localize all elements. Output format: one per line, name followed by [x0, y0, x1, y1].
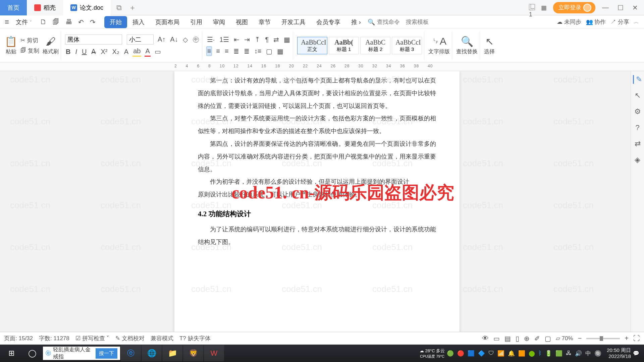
align-justify-icon[interactable]: ≣	[233, 47, 240, 56]
align-center-icon[interactable]: ≡	[215, 47, 221, 56]
minimize-button[interactable]: —	[600, 4, 611, 11]
zoom-fit-icon[interactable]: ▢	[545, 335, 551, 343]
tray-shield-icon[interactable]: 🛡	[488, 350, 494, 357]
ribbon-tab-devtools[interactable]: 开发工具	[276, 16, 311, 28]
char-border-icon[interactable]: ▭	[154, 47, 162, 56]
select-tool-icon[interactable]: ↖	[635, 91, 641, 100]
app-layout-icon[interactable]: ⿺1	[529, 4, 536, 11]
border-icon[interactable]: ▦	[283, 35, 291, 44]
tray-bell-icon[interactable]: 🔔	[508, 350, 515, 357]
font-color-icon[interactable]: A	[145, 47, 150, 57]
doc-check[interactable]: ✎ 文档校对	[115, 335, 145, 342]
clock[interactable]: 20:50 周日 2022/9/18	[607, 347, 631, 359]
bullet-list-icon[interactable]: ☰·	[206, 35, 216, 44]
pen-tool-icon[interactable]: ✎	[633, 75, 642, 84]
weather-widget[interactable]: ☁ 28°C 多云 CPU温度 79°C	[420, 348, 445, 359]
compat-mode[interactable]: 兼容模式	[151, 335, 173, 342]
document-page[interactable]: 第一点：设计有效的导航，这个包括每个页面上都有导航条的显示，有时也可以在页面的底…	[174, 71, 460, 345]
indent-inc-icon[interactable]: ⇥	[244, 35, 251, 44]
tab-home[interactable]: 首页	[0, 0, 27, 15]
font-size-select[interactable]	[127, 35, 154, 45]
system-tray[interactable]: 🟢 🔴 🟦 🔷 🛡 📶 🔔 🟧 ⬤ ᛒ 🔋 🟩 🖧 🔊 中 🔘	[447, 350, 601, 357]
sort-icon[interactable]: ⤒	[254, 35, 261, 44]
style-normal[interactable]: AaBbCcI正文	[297, 37, 327, 54]
grow-font-icon[interactable]: A↑	[157, 35, 166, 44]
action-center-icon[interactable]: 💬	[633, 350, 639, 356]
tray-ime[interactable]: 中	[585, 350, 591, 357]
sync-status[interactable]: ☁ 未同步	[557, 18, 581, 26]
shading-icon[interactable]: ▢	[265, 47, 273, 56]
print-icon[interactable]: 🖶	[65, 17, 73, 27]
clear-format-icon[interactable]: ◇	[182, 35, 189, 44]
undo-icon[interactable]: ↶	[77, 17, 85, 27]
collab-button[interactable]: 👥 协作	[586, 18, 606, 26]
web-mode-icon[interactable]: ⊕	[524, 335, 530, 343]
ribbon-tab-section[interactable]: 章节	[253, 16, 276, 28]
start-button[interactable]: ⊞	[1, 345, 21, 361]
outline-mode-icon[interactable]: ▯	[516, 335, 519, 343]
indent-dec-icon[interactable]: ⇤	[233, 35, 240, 44]
find-replace-button[interactable]: 🔍查找替换	[456, 36, 478, 55]
share-button[interactable]: ↗ 分享	[610, 18, 629, 26]
tray-icon[interactable]: 🔘	[594, 350, 601, 357]
tray-icon[interactable]: 🟦	[468, 350, 475, 357]
copy-button[interactable]: 🗐 复制	[20, 47, 39, 55]
ribbon-tab-more[interactable]: 推 ›	[346, 16, 366, 28]
text-effect-icon[interactable]: A	[123, 47, 129, 56]
popout-icon[interactable]: ⧉	[114, 3, 124, 12]
redo-icon[interactable]: ↷	[89, 17, 96, 27]
text-layout-button[interactable]: ␊A文字排版	[428, 36, 450, 55]
style-h1[interactable]: AaBb(标题 1	[329, 37, 359, 54]
highlight-icon[interactable]: ab	[132, 47, 141, 57]
add-tab-icon[interactable]: ＋	[127, 3, 138, 13]
superscript-icon[interactable]: X²	[100, 47, 108, 56]
tab-icon[interactable]: ⇄	[273, 35, 280, 44]
fullscreen-icon[interactable]: ⛶	[633, 335, 640, 342]
annotate-icon[interactable]: ✐	[534, 335, 540, 343]
style-h2[interactable]: AaBbC标题 2	[360, 37, 390, 54]
strike-icon[interactable]: A̶	[91, 47, 97, 56]
page-mode-icon[interactable]: ▤	[504, 335, 511, 343]
zoom-in-icon[interactable]: +	[625, 335, 629, 342]
distribute-icon[interactable]: ≣	[243, 47, 250, 56]
tray-volume-icon[interactable]: 🔊	[575, 350, 582, 357]
zoom-slider[interactable]	[586, 338, 620, 339]
tray-nvidia-icon[interactable]: ⬤	[529, 350, 535, 357]
page-indicator[interactable]: 页面: 15/32	[4, 335, 33, 342]
taskbar-app1[interactable]: 🦁	[183, 345, 203, 361]
zoom-label[interactable]: ▱ 70%	[556, 335, 573, 342]
paste-button[interactable]: 📋粘贴	[5, 36, 17, 55]
align-left-icon[interactable]: ≡	[206, 46, 212, 56]
location-icon[interactable]: ◈	[635, 156, 640, 164]
tray-icon[interactable]: 🔴	[457, 350, 464, 357]
ribbon-tab-insert[interactable]: 插入	[127, 16, 150, 28]
tab-docao[interactable]: 稻壳	[27, 0, 63, 15]
italic-icon[interactable]: I	[74, 47, 78, 56]
hamburger-icon[interactable]: ≡	[2, 18, 12, 26]
ruler[interactable]: 246810121416182022242628303234363840	[0, 62, 644, 71]
ribbon-tab-view[interactable]: 视图	[230, 16, 253, 28]
collapse-ribbon-icon[interactable]: ︿	[634, 19, 639, 25]
font-family-select[interactable]	[65, 35, 122, 45]
taskbar-wps[interactable]: W	[204, 345, 224, 361]
tray-icon[interactable]: 🔷	[478, 350, 485, 357]
tray-network-icon[interactable]: 🖧	[566, 350, 572, 357]
ribbon-tab-review[interactable]: 审阅	[208, 16, 230, 28]
align-right-icon[interactable]: ≡	[224, 47, 229, 56]
ribbon-tab-pagelayout[interactable]: 页面布局	[150, 16, 185, 28]
number-list-icon[interactable]: 1☰	[219, 35, 230, 44]
tab-document[interactable]: W 论文.doc	[63, 0, 111, 15]
underline-icon[interactable]: U	[81, 47, 87, 56]
settings-slider-icon[interactable]: ⚙	[634, 107, 641, 116]
tray-icon[interactable]: 🔋	[545, 350, 552, 357]
zoom-out-icon[interactable]: −	[578, 335, 582, 342]
search-go-button[interactable]: 搜一下	[96, 348, 117, 359]
app-grid-icon[interactable]: ▦	[541, 4, 548, 11]
ribbon-tab-member[interactable]: 会员专享	[311, 16, 346, 28]
tray-wifi-icon[interactable]: 📶	[497, 350, 504, 357]
spell-check[interactable]: ☑ 拼写检查 ˅	[75, 335, 109, 342]
file-menu[interactable]: 文件 ˅	[13, 18, 35, 26]
close-button[interactable]: ✕	[630, 4, 640, 12]
taskbar-edge[interactable]: ⓔ	[121, 345, 141, 361]
print-preview-icon[interactable]: 🗐	[52, 17, 60, 27]
